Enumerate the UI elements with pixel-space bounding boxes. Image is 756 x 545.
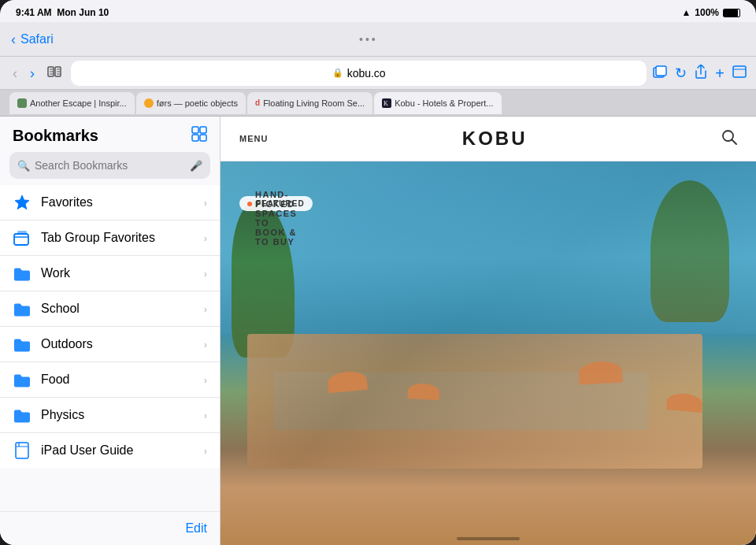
- svg-rect-21: [16, 443, 28, 458]
- battery-bar: [723, 9, 740, 17]
- lock-icon: 🔒: [332, 68, 343, 78]
- tab-favicon: [17, 98, 27, 108]
- bookmark-label-work: Work: [41, 266, 195, 280]
- pool-deck: [247, 334, 702, 468]
- tab-overview-button[interactable]: [653, 65, 667, 80]
- svg-rect-16: [192, 135, 198, 141]
- tab-item[interactable]: førs — poetic objects: [136, 92, 246, 114]
- search-icon: 🔍: [17, 160, 30, 172]
- svg-marker-18: [15, 195, 29, 209]
- tab-item[interactable]: Another Escape | Inspir...: [9, 92, 135, 114]
- back-button[interactable]: ‹: [9, 32, 17, 46]
- bookmark-label-favorites: Favorites: [41, 195, 195, 209]
- svg-rect-9: [656, 66, 666, 76]
- sidebar-header: Bookmarks: [0, 117, 220, 152]
- tab-label: Floating Living Room Se...: [263, 98, 365, 108]
- mic-icon: 🎤: [190, 160, 202, 172]
- scroll-indicator: [457, 537, 520, 540]
- tab-favicon: d: [255, 98, 260, 107]
- bookmark-item-work[interactable]: Work ›: [0, 256, 220, 291]
- chevron-icon: ›: [204, 374, 207, 386]
- svg-rect-15: [200, 127, 206, 133]
- tabs-row: Another Escape | Inspir... førs — poetic…: [0, 90, 756, 117]
- bookmark-list: Favorites › Tab Group Favorites ›: [0, 185, 220, 511]
- url-text: kobu.co: [347, 67, 386, 80]
- safari-toolbar: ‹ Safari •••: [0, 22, 756, 57]
- hero-area: HAND-PICKED SPACES TO BOOK & TO BUY FEAT…: [220, 161, 756, 545]
- svg-line-23: [732, 139, 737, 144]
- bookmark-label-tab-group: Tab Group Favorites: [41, 231, 195, 245]
- folder-icon: [13, 299, 32, 318]
- bookmark-label-outdoors: Outdoors: [41, 337, 195, 351]
- toolbar-actions: ↻ +: [653, 65, 747, 81]
- bookmark-item-outdoors[interactable]: Outdoors ›: [0, 327, 220, 362]
- toolbar-left: ‹ Safari: [9, 32, 54, 46]
- book-icon: [13, 441, 32, 460]
- search-bar[interactable]: 🔍 🎤: [9, 152, 210, 179]
- site-logo: KOBU: [462, 128, 528, 150]
- tabs-button[interactable]: [732, 65, 747, 80]
- bookmark-item-school[interactable]: School ›: [0, 291, 220, 327]
- status-time: 9:41 AM Mon Jun 10: [16, 7, 109, 18]
- chevron-icon: ›: [204, 268, 207, 280]
- bookmark-label-ipad-user-guide: iPad User Guide: [41, 443, 195, 458]
- tab-favicon: [144, 98, 154, 108]
- wifi-icon: ▲: [681, 7, 691, 18]
- folder-icon: [13, 335, 32, 354]
- sidebar-grid-button[interactable]: [191, 126, 207, 146]
- share-button[interactable]: [695, 65, 707, 81]
- sidebar-title: Bookmarks: [13, 127, 98, 145]
- web-content: MENU KOBU: [220, 117, 756, 545]
- tab-label: Another Escape | Inspir...: [30, 98, 127, 108]
- status-indicators: ▲ 100%: [681, 7, 740, 18]
- safari-label: Safari: [20, 32, 54, 46]
- bookmark-item-ipad-user-guide[interactable]: iPad User Guide ›: [0, 433, 220, 468]
- svg-rect-17: [200, 135, 206, 141]
- battery-icon: 100%: [695, 7, 719, 18]
- umbrella: [578, 361, 622, 385]
- main-area: Bookmarks 🔍 🎤: [0, 117, 756, 545]
- bookmark-label-food: Food: [41, 373, 195, 387]
- svg-rect-14: [192, 127, 198, 133]
- sidebar-footer: Edit: [0, 511, 220, 545]
- tab-favicon: K: [382, 98, 391, 108]
- back-nav-button[interactable]: ‹: [9, 63, 20, 83]
- tab-label: Kobu - Hotels & Propert...: [395, 98, 493, 108]
- reader-button[interactable]: [44, 63, 65, 83]
- site-search-icon[interactable]: [721, 129, 737, 149]
- site-menu-label: MENU: [239, 134, 268, 143]
- bookmark-item-tab-group-favorites[interactable]: Tab Group Favorites ›: [0, 221, 220, 256]
- tab-item-active[interactable]: K Kobu - Hotels & Propert...: [374, 92, 501, 114]
- svg-rect-19: [14, 234, 28, 245]
- chevron-icon: ›: [204, 445, 207, 457]
- hero-image: HAND-PICKED SPACES TO BOOK & TO BUY FEAT…: [220, 161, 756, 545]
- tab-label: førs — poetic objects: [157, 98, 238, 108]
- edit-button[interactable]: Edit: [185, 521, 207, 536]
- address-field[interactable]: 🔒 kobu.co: [71, 61, 647, 86]
- tab-group-icon: [13, 228, 32, 247]
- chevron-icon: ›: [204, 197, 207, 209]
- address-bar-row: ‹ › 🔒 kobu.co: [0, 57, 756, 90]
- chevron-icon: ›: [204, 303, 207, 315]
- toolbar-dots: •••: [60, 33, 677, 46]
- star-icon: [13, 193, 32, 212]
- forward-nav-button[interactable]: ›: [27, 63, 38, 83]
- new-tab-button[interactable]: +: [715, 65, 724, 81]
- reload-button[interactable]: ↻: [675, 66, 687, 80]
- site-header: MENU KOBU: [220, 117, 756, 161]
- status-bar: 9:41 AM Mon Jun 10 ▲ 100%: [0, 0, 756, 22]
- bookmark-item-physics[interactable]: Physics ›: [0, 398, 220, 433]
- bookmark-item-favorites[interactable]: Favorites ›: [0, 185, 220, 221]
- featured-dot: [247, 202, 252, 206]
- svg-rect-20: [17, 231, 27, 235]
- tab-item[interactable]: d Floating Living Room Se...: [247, 92, 372, 114]
- folder-icon: [13, 264, 32, 283]
- bookmark-item-food[interactable]: Food ›: [0, 362, 220, 398]
- chevron-icon: ›: [204, 232, 207, 244]
- chevron-icon: ›: [204, 339, 207, 350]
- sidebar: Bookmarks 🔍 🎤: [0, 117, 220, 545]
- search-input[interactable]: [35, 159, 185, 172]
- bookmark-label-school: School: [41, 302, 195, 316]
- folder-icon: [13, 370, 32, 389]
- chevron-icon: ›: [204, 410, 207, 421]
